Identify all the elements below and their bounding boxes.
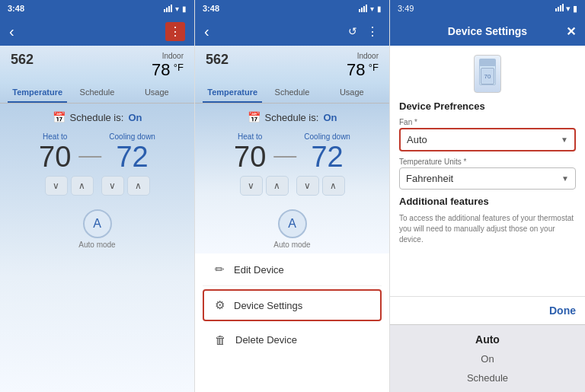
wifi-icon-3: ▾: [566, 4, 571, 13]
calendar-icon-1: 📅: [53, 111, 66, 123]
cool-block-2: Cooling down 72: [304, 132, 350, 171]
nav-icons-2: ↺ ⋮: [348, 23, 380, 40]
indoor-block-2: Indoor 78 °F: [347, 52, 379, 80]
tab-schedule-1[interactable]: Schedule: [67, 83, 126, 103]
schedule-text-2: Schedule is:: [265, 112, 319, 123]
more-menu-button-2[interactable]: ⋮: [365, 23, 380, 40]
battery-icon-1: ▮: [182, 5, 187, 13]
calendar-icon-2: 📅: [248, 111, 261, 123]
settings-title: Device Settings: [448, 25, 527, 37]
signal-icon-1: [164, 5, 172, 12]
picker-item-on[interactable]: On: [390, 349, 585, 368]
tab-temperature-2[interactable]: Temperature: [203, 83, 262, 103]
phone-panel-3: 3:49 ▾ ▮ Device Settings ✕ 70 Device Pre…: [390, 0, 585, 392]
status-icons-3: ▾ ▮: [555, 4, 577, 14]
heat-up-btn-2[interactable]: ∧: [266, 176, 289, 196]
cool-up-btn-2[interactable]: ∧: [322, 176, 345, 196]
settings-body: 70 Device Prefrences Fan * Auto ▼ Temper…: [390, 46, 585, 296]
additional-section: Additional features To access the additi…: [399, 196, 576, 245]
indoor-label-2: Indoor: [347, 52, 379, 60]
settings-footer: Done: [390, 296, 585, 324]
temp-dash-2: —: [273, 142, 296, 168]
time-1: 3:48: [8, 4, 24, 13]
picker-item-schedule[interactable]: Schedule: [390, 368, 585, 387]
cool-label-2: Cooling down: [304, 132, 350, 141]
fan-dropdown-arrow: ▼: [561, 135, 568, 144]
preferences-section: Device Prefrences Fan * Auto ▼ Temperatu…: [399, 100, 576, 190]
cool-value-2: 72: [311, 142, 343, 171]
tab-bar-1: Temperature Schedule Usage: [0, 83, 194, 104]
cool-block-1: Cooling down 72: [109, 132, 155, 171]
tab-usage-1[interactable]: Usage: [127, 83, 187, 103]
close-settings-button[interactable]: ✕: [566, 24, 576, 39]
settings-icon: ⚙: [215, 298, 225, 312]
indoor-temp-value-1: 78: [152, 60, 170, 79]
temp-units-value: Fahrenheit: [406, 173, 453, 184]
delete-device-label: Delete Device: [235, 334, 297, 346]
heat-value-2: 70: [234, 142, 266, 171]
more-menu-button-1[interactable]: ⋮: [165, 22, 185, 41]
signal-icon-3: [555, 4, 564, 11]
delete-icon: 🗑: [215, 333, 226, 346]
indoor-block-1: Indoor 78 °F: [152, 52, 184, 80]
device-settings-menu-item[interactable]: ⚙ Device Settings: [204, 291, 380, 320]
heat-label-1: Heat to: [43, 132, 67, 141]
time-2: 3:48: [203, 4, 219, 13]
delete-device-menu-item[interactable]: 🗑 Delete Device: [203, 324, 382, 355]
schedule-badge-1: 📅 Schedule is: On: [53, 111, 142, 123]
indoor-temp-2: 78 °F: [347, 60, 379, 80]
settings-nav: Device Settings ✕: [390, 17, 585, 46]
done-button[interactable]: Done: [549, 304, 576, 317]
reading-area-2: 562 Indoor 78 °F: [195, 46, 389, 83]
cool-up-btn-1[interactable]: ∧: [127, 176, 150, 196]
auto-circle-2[interactable]: A: [278, 209, 307, 238]
cool-down-btn-1[interactable]: ∨: [101, 176, 124, 196]
main-content-1: 📅 Schedule is: On Heat to 70 — Cooling d…: [0, 104, 194, 392]
fan-value: Auto: [407, 134, 427, 145]
nav-icons-1: ⋮: [165, 22, 185, 41]
auto-mode-label-2: Auto mode: [273, 241, 310, 249]
nav-bar-2: ‹ ↺ ⋮: [195, 17, 389, 46]
heat-up-btn-1[interactable]: ∧: [71, 176, 94, 196]
phone-panel-2: 3:48 ▾ ▮ ‹ ↺ ⋮ 562 Indoor 78 °F Temper: [195, 0, 390, 392]
tab-schedule-2[interactable]: Schedule: [262, 83, 321, 103]
fan-dropdown[interactable]: Auto ▼: [399, 128, 576, 151]
signal-icon-2: [359, 5, 367, 12]
stepper-row-2: ∨ ∧ ∨ ∧: [207, 176, 377, 196]
cool-steppers-2: ∨ ∧: [296, 176, 345, 196]
cool-label-1: Cooling down: [109, 132, 155, 141]
schedule-text-1: Schedule is:: [70, 112, 124, 123]
cool-steppers-1: ∨ ∧: [101, 176, 150, 196]
heat-value-1: 70: [39, 142, 71, 171]
indoor-temp-value-2: 78: [347, 60, 365, 79]
bottom-picker: Auto On Schedule: [390, 324, 585, 392]
wifi-icon-2: ▾: [370, 5, 374, 13]
temp-unit-2: °F: [369, 62, 379, 73]
temp-controls-2: Heat to 70 — Cooling down 72: [207, 132, 377, 171]
temp-unit-1: °F: [174, 62, 184, 73]
temp-units-dropdown[interactable]: Fahrenheit ▼: [399, 167, 576, 190]
additional-description: To access the additional features of you…: [399, 213, 576, 245]
auto-mode-label-1: Auto mode: [78, 241, 115, 249]
picker-item-auto[interactable]: Auto: [390, 330, 585, 349]
device-settings-label: Device Settings: [234, 300, 302, 311]
back-button-1[interactable]: ‹: [9, 23, 14, 40]
cool-down-btn-2[interactable]: ∨: [296, 176, 319, 196]
back-button-2[interactable]: ‹: [204, 23, 209, 40]
status-bar-1: 3:48 ▾ ▮: [0, 0, 194, 17]
cool-value-1: 72: [116, 142, 148, 171]
heat-down-btn-2[interactable]: ∨: [240, 176, 263, 196]
tab-temperature-1[interactable]: Temperature: [8, 83, 67, 103]
tab-usage-2[interactable]: Usage: [322, 83, 382, 103]
device-icon-area: 70: [399, 55, 576, 93]
auto-circle-1[interactable]: A: [83, 209, 112, 238]
main-content-2: 📅 Schedule is: On Heat to 70 — Cooling d…: [195, 104, 389, 253]
heat-label-2: Heat to: [238, 132, 262, 141]
schedule-status-2: On: [323, 112, 337, 123]
heat-down-btn-1[interactable]: ∨: [45, 176, 68, 196]
temp-units-dropdown-arrow: ▼: [561, 174, 569, 183]
device-settings-menu-highlighted[interactable]: ⚙ Device Settings: [203, 289, 382, 321]
reload-icon-2[interactable]: ↺: [348, 25, 357, 37]
menu-area-2: ✏ Edit Device ⚙ Device Settings 🗑 Delete…: [195, 253, 389, 392]
edit-device-menu-item[interactable]: ✏ Edit Device: [203, 253, 382, 286]
